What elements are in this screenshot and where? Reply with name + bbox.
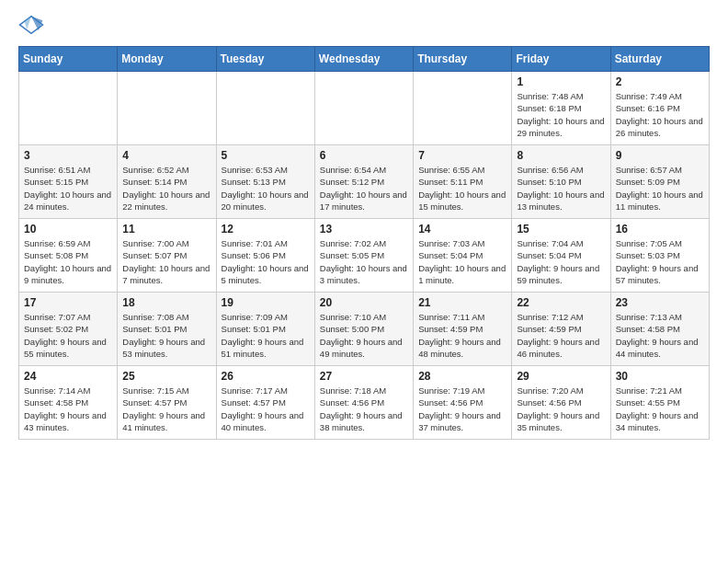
day-number: 30	[616, 370, 704, 383]
calendar-cell: 23Sunrise: 7:13 AM Sunset: 4:58 PM Dayli…	[610, 293, 709, 366]
calendar-week-row: 10Sunrise: 6:59 AM Sunset: 5:08 PM Dayli…	[19, 219, 710, 293]
cell-info: Sunrise: 6:54 AM Sunset: 5:12 PM Dayligh…	[320, 164, 408, 213]
calendar-cell: 10Sunrise: 6:59 AM Sunset: 5:08 PM Dayli…	[19, 219, 118, 293]
day-number: 15	[517, 223, 605, 236]
cell-info: Sunrise: 7:15 AM Sunset: 4:57 PM Dayligh…	[122, 385, 210, 433]
calendar-cell	[19, 72, 118, 145]
day-number: 25	[122, 370, 210, 383]
calendar-cell: 15Sunrise: 7:04 AM Sunset: 5:04 PM Dayli…	[512, 219, 610, 293]
calendar-cell: 29Sunrise: 7:20 AM Sunset: 4:56 PM Dayli…	[512, 366, 610, 440]
cell-info: Sunrise: 7:48 AM Sunset: 6:18 PM Dayligh…	[517, 90, 605, 139]
day-number: 2	[616, 75, 704, 88]
day-number: 18	[122, 296, 210, 309]
day-number: 29	[517, 370, 605, 383]
cell-info: Sunrise: 6:53 AM Sunset: 5:13 PM Dayligh…	[222, 164, 310, 213]
cell-info: Sunrise: 7:03 AM Sunset: 5:04 PM Dayligh…	[418, 237, 506, 286]
calendar-week-row: 24Sunrise: 7:14 AM Sunset: 4:58 PM Dayli…	[19, 366, 710, 440]
header-saturday: Saturday	[610, 47, 709, 72]
day-number: 3	[24, 149, 112, 162]
cell-info: Sunrise: 7:21 AM Sunset: 4:55 PM Dayligh…	[616, 385, 704, 433]
calendar-cell: 9Sunrise: 6:57 AM Sunset: 5:09 PM Daylig…	[610, 145, 709, 219]
header	[18, 15, 710, 35]
cell-info: Sunrise: 7:08 AM Sunset: 5:01 PM Dayligh…	[122, 311, 210, 360]
day-number: 26	[222, 370, 310, 383]
calendar-cell: 11Sunrise: 7:00 AM Sunset: 5:07 PM Dayli…	[118, 219, 216, 293]
logo-icon	[18, 15, 44, 35]
calendar-cell: 5Sunrise: 6:53 AM Sunset: 5:13 PM Daylig…	[216, 145, 314, 219]
header-thursday: Thursday	[414, 47, 512, 72]
calendar-header-row: SundayMondayTuesdayWednesdayThursdayFrid…	[19, 47, 710, 72]
calendar-cell: 20Sunrise: 7:10 AM Sunset: 5:00 PM Dayli…	[314, 293, 413, 366]
cell-info: Sunrise: 6:51 AM Sunset: 5:15 PM Dayligh…	[24, 164, 112, 213]
calendar-cell: 3Sunrise: 6:51 AM Sunset: 5:15 PM Daylig…	[19, 145, 118, 219]
cell-info: Sunrise: 6:59 AM Sunset: 5:08 PM Dayligh…	[24, 237, 112, 286]
cell-info: Sunrise: 6:52 AM Sunset: 5:14 PM Dayligh…	[122, 164, 210, 213]
header-friday: Friday	[512, 47, 610, 72]
header-tuesday: Tuesday	[216, 47, 314, 72]
calendar-week-row: 3Sunrise: 6:51 AM Sunset: 5:15 PM Daylig…	[19, 145, 710, 219]
day-number: 22	[517, 296, 605, 309]
day-number: 6	[320, 149, 408, 162]
cell-info: Sunrise: 7:02 AM Sunset: 5:05 PM Dayligh…	[320, 237, 408, 286]
cell-info: Sunrise: 7:10 AM Sunset: 5:00 PM Dayligh…	[320, 311, 408, 360]
calendar-cell: 2Sunrise: 7:49 AM Sunset: 6:16 PM Daylig…	[610, 72, 709, 145]
day-number: 20	[320, 296, 408, 309]
calendar-cell: 30Sunrise: 7:21 AM Sunset: 4:55 PM Dayli…	[610, 366, 709, 440]
day-number: 5	[222, 149, 310, 162]
cell-info: Sunrise: 7:12 AM Sunset: 4:59 PM Dayligh…	[517, 311, 605, 360]
day-number: 19	[222, 296, 310, 309]
day-number: 7	[418, 149, 506, 162]
cell-info: Sunrise: 7:07 AM Sunset: 5:02 PM Dayligh…	[24, 311, 112, 360]
cell-info: Sunrise: 7:11 AM Sunset: 4:59 PM Dayligh…	[418, 311, 506, 360]
cell-info: Sunrise: 7:04 AM Sunset: 5:04 PM Dayligh…	[517, 237, 605, 286]
cell-info: Sunrise: 6:57 AM Sunset: 5:09 PM Dayligh…	[616, 164, 704, 213]
calendar-cell: 28Sunrise: 7:19 AM Sunset: 4:56 PM Dayli…	[414, 366, 512, 440]
day-number: 9	[616, 149, 704, 162]
day-number: 13	[320, 223, 408, 236]
cell-info: Sunrise: 7:09 AM Sunset: 5:01 PM Dayligh…	[222, 311, 310, 360]
header-monday: Monday	[118, 47, 216, 72]
header-sunday: Sunday	[19, 47, 118, 72]
calendar-cell: 12Sunrise: 7:01 AM Sunset: 5:06 PM Dayli…	[216, 219, 314, 293]
calendar-cell	[118, 72, 216, 145]
cell-info: Sunrise: 7:14 AM Sunset: 4:58 PM Dayligh…	[24, 385, 112, 433]
cell-info: Sunrise: 7:18 AM Sunset: 4:56 PM Dayligh…	[320, 385, 408, 433]
day-number: 10	[24, 223, 112, 236]
calendar-cell: 21Sunrise: 7:11 AM Sunset: 4:59 PM Dayli…	[414, 293, 512, 366]
cell-info: Sunrise: 6:56 AM Sunset: 5:10 PM Dayligh…	[517, 164, 605, 213]
day-number: 1	[517, 75, 605, 88]
calendar-cell: 17Sunrise: 7:07 AM Sunset: 5:02 PM Dayli…	[19, 293, 118, 366]
calendar-cell: 25Sunrise: 7:15 AM Sunset: 4:57 PM Dayli…	[118, 366, 216, 440]
calendar-cell: 19Sunrise: 7:09 AM Sunset: 5:01 PM Dayli…	[216, 293, 314, 366]
cell-info: Sunrise: 7:19 AM Sunset: 4:56 PM Dayligh…	[418, 385, 506, 433]
calendar-cell	[314, 72, 413, 145]
calendar-cell: 6Sunrise: 6:54 AM Sunset: 5:12 PM Daylig…	[314, 145, 413, 219]
day-number: 12	[222, 223, 310, 236]
cell-info: Sunrise: 7:00 AM Sunset: 5:07 PM Dayligh…	[122, 237, 210, 286]
cell-info: Sunrise: 7:13 AM Sunset: 4:58 PM Dayligh…	[616, 311, 704, 360]
calendar-week-row: 17Sunrise: 7:07 AM Sunset: 5:02 PM Dayli…	[19, 293, 710, 366]
calendar-cell: 8Sunrise: 6:56 AM Sunset: 5:10 PM Daylig…	[512, 145, 610, 219]
calendar-cell: 4Sunrise: 6:52 AM Sunset: 5:14 PM Daylig…	[118, 145, 216, 219]
calendar-cell: 24Sunrise: 7:14 AM Sunset: 4:58 PM Dayli…	[19, 366, 118, 440]
day-number: 11	[122, 223, 210, 236]
cell-info: Sunrise: 6:55 AM Sunset: 5:11 PM Dayligh…	[418, 164, 506, 213]
day-number: 14	[418, 223, 506, 236]
calendar-cell: 13Sunrise: 7:02 AM Sunset: 5:05 PM Dayli…	[314, 219, 413, 293]
cell-info: Sunrise: 7:05 AM Sunset: 5:03 PM Dayligh…	[616, 237, 704, 286]
calendar-cell: 7Sunrise: 6:55 AM Sunset: 5:11 PM Daylig…	[414, 145, 512, 219]
header-wednesday: Wednesday	[314, 47, 413, 72]
day-number: 24	[24, 370, 112, 383]
calendar-cell: 14Sunrise: 7:03 AM Sunset: 5:04 PM Dayli…	[414, 219, 512, 293]
calendar-cell	[414, 72, 512, 145]
day-number: 17	[24, 296, 112, 309]
day-number: 28	[418, 370, 506, 383]
day-number: 21	[418, 296, 506, 309]
calendar-table: SundayMondayTuesdayWednesdayThursdayFrid…	[18, 46, 710, 440]
cell-info: Sunrise: 7:20 AM Sunset: 4:56 PM Dayligh…	[517, 385, 605, 433]
day-number: 16	[616, 223, 704, 236]
day-number: 8	[517, 149, 605, 162]
calendar-cell: 27Sunrise: 7:18 AM Sunset: 4:56 PM Dayli…	[314, 366, 413, 440]
day-number: 4	[122, 149, 210, 162]
calendar-cell: 18Sunrise: 7:08 AM Sunset: 5:01 PM Dayli…	[118, 293, 216, 366]
